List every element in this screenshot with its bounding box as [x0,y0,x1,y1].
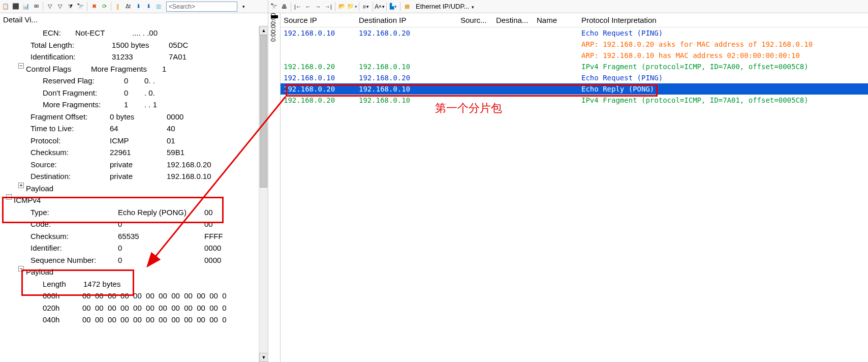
filter2-icon[interactable]: ▽ [55,2,65,11]
delta-t-icon[interactable]: Δt [123,2,133,11]
time-gutter: 0:00:00:00 [268,13,281,362]
cell-pi: Echo Request (PING) [578,29,868,37]
scroll-up-icon[interactable]: ▲ [259,26,268,35]
cell-pi: Echo Request (PING) [578,74,868,82]
detail-tree[interactable]: ECN:Not-ECT.... . .00 Total Length:1500 … [0,26,268,327]
delete-icon[interactable]: ✖ [89,2,99,11]
cell-src: 192.168.0.10 [281,74,356,82]
table-row[interactable]: 192.168.0.20192.168.0.10IPv4 Fragment (p… [281,95,868,106]
tool-icon-1[interactable]: 📋 [1,2,10,11]
left-panel: 📋 ⬛ 📊 ✉ ▽ ▽ ⧩ 🔭 ✖ ⟳ ‖ Δt ⬇ ⬇ ▥ ▾ Detail … [0,0,268,362]
cell-dst: 192.168.0.10 [356,96,457,104]
refresh-icon[interactable]: ⟳ [100,2,109,11]
tool-icon-2[interactable]: ⬛ [11,2,20,11]
sort-desc-icon[interactable]: ⬇ [144,2,153,11]
print-icon[interactable]: 🖶 [280,2,289,11]
left-toolbar: 📋 ⬛ 📊 ✉ ▽ ▽ ⧩ 🔭 ✖ ⟳ ‖ Δt ⬇ ⬇ ▥ ▾ [0,0,268,13]
nav-next-icon[interactable]: → [314,2,323,11]
table-row[interactable]: 192.168.0.20192.168.0.10IPv4 Fragment (p… [281,61,868,72]
col-protocol[interactable]: Protocol Interpretation [578,16,868,24]
grid-header[interactable]: Source IP Destination IP Sourc... Destin… [281,13,868,27]
table-row[interactable]: 192.168.0.20192.168.0.10Echo Reply (PONG… [281,83,868,95]
time-label: 0:00:00:00 [270,13,277,42]
cell-pi: ARP: 192.168.0.20 asks for MAC address o… [578,40,868,48]
cell-dst: 192.168.0.10 [356,85,457,93]
nav-first-icon[interactable]: |← [293,2,302,11]
table-row[interactable]: ARP: 192.168.0.10 has MAC address 02:00:… [281,50,868,61]
binoculars-icon[interactable]: 🔭 [76,2,85,11]
folder-closed-icon[interactable]: 📁▾ [348,2,357,11]
protocol-icon[interactable]: ▦ [402,2,412,11]
right-panel: 🔭 🖶 |← ← → →| 📂 📁▾ ≡▾ AA▾ ▙▾ ▦ Ethernet … [268,0,868,362]
nav-last-icon[interactable]: →| [324,2,333,11]
packet-grid[interactable]: Source IP Destination IP Sourc... Destin… [281,13,868,362]
chart-icon[interactable]: 📊 [21,2,30,11]
col-source-ip[interactable]: Source IP [281,16,356,24]
col-dest-port[interactable]: Destina... [493,16,534,24]
pause-icon[interactable]: ‖ [113,2,122,11]
collapse-icon[interactable]: − [18,266,24,272]
binoculars-icon[interactable]: 🔭 [269,2,278,11]
cell-pi: Echo Reply (PONG) [578,85,868,93]
scroll-thumb[interactable] [260,35,267,188]
filter-icon[interactable]: ▽ [45,2,54,11]
mail-icon[interactable]: ✉ [32,2,41,11]
layout-icon[interactable]: ▙▾ [389,2,398,11]
list-icon[interactable]: ≡▾ [361,2,370,11]
cell-dst: 192.168.0.10 [356,63,457,71]
cell-dst: 192.168.0.20 [356,29,457,37]
cell-src: 192.168.0.20 [281,85,356,93]
expand-icon[interactable]: + [18,183,24,188]
cell-pi: IPv4 Fragment (protocol=ICMP, ID=7A00, o… [578,63,868,71]
collapse-icon[interactable]: − [6,194,12,200]
cell-src: 192.168.0.20 [281,96,356,104]
right-toolbar: 🔭 🖶 |← ← → →| 📂 📁▾ ≡▾ AA▾ ▙▾ ▦ Ethernet … [268,0,868,13]
protocol-selector[interactable]: Ethernet IP/UDP... ▾ [416,3,474,10]
cell-dst: 192.168.0.20 [356,74,457,82]
col-source-port[interactable]: Sourc... [457,16,493,24]
col-destination-ip[interactable]: Destination IP [356,16,457,24]
collapse-icon[interactable]: − [18,63,24,69]
table-row[interactable]: ARP: 192.168.0.20 asks for MAC address o… [281,39,868,50]
cell-pi: IPv4 Fragment (protocol=ICMP, ID=7A01, o… [578,96,868,104]
columns-icon[interactable]: ▥ [154,2,163,11]
cell-src: 192.168.0.10 [281,29,356,37]
font-icon[interactable]: AA▾ [375,2,384,11]
cell-src: 192.168.0.20 [281,63,356,71]
cell-pi: ARP: 192.168.0.10 has MAC address 02:00:… [578,51,868,59]
detail-view-title: Detail Vi... [0,13,268,26]
scroll-down-icon[interactable]: ▼ [259,353,268,362]
table-row[interactable]: 192.168.0.10192.168.0.20Echo Request (PI… [281,72,868,83]
col-name[interactable]: Name [534,16,578,24]
detail-scrollbar[interactable]: ▲ ▼ [259,26,268,362]
table-row[interactable]: 192.168.0.10192.168.0.20Echo Request (PI… [281,27,868,39]
sort-asc-icon[interactable]: ⬇ [134,2,143,11]
search-dropdown-icon[interactable]: ▾ [239,2,248,11]
nav-prev-icon[interactable]: ← [303,2,313,11]
folder-open-icon[interactable]: 📂 [337,2,347,11]
funnel-icon[interactable]: ⧩ [66,2,75,11]
search-input[interactable] [166,2,237,12]
